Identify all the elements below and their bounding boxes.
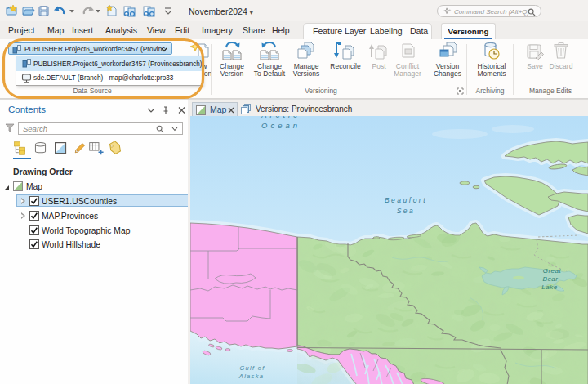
svg-text:Beaufort: Beaufort: [385, 196, 427, 204]
svg-text:Great: Great: [543, 267, 562, 275]
svg-text:Ocean: Ocean: [261, 121, 301, 130]
svg-text:Bear: Bear: [543, 275, 559, 283]
svg-text:Arctic: Arctic: [261, 116, 301, 119]
svg-text:Alaska: Alaska: [238, 373, 264, 380]
svg-text:Gulf of: Gulf of: [239, 364, 265, 372]
svg-text:Sea: Sea: [397, 207, 416, 215]
svg-text:Lake: Lake: [541, 284, 557, 291]
